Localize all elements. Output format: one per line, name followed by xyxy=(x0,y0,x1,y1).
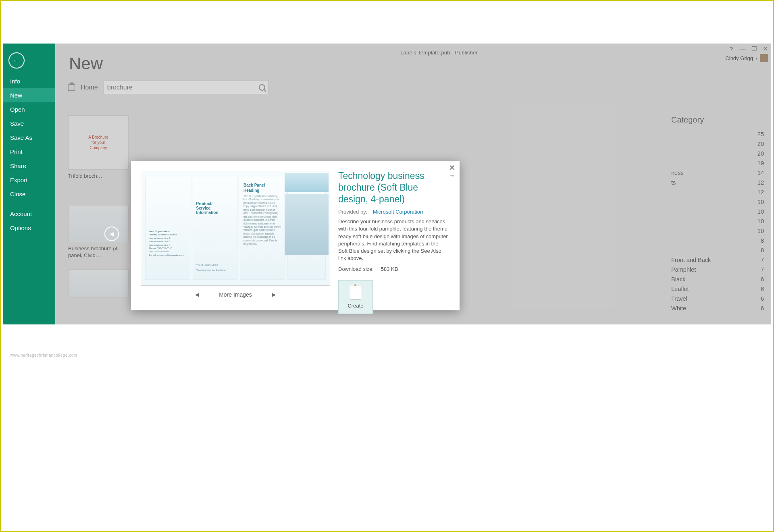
backstage-sidebar: ← Info New Open Save Save As Print Share… xyxy=(3,44,55,324)
detail-title: Technology business brochure (Soft Blue … xyxy=(338,170,447,205)
arrow-left-icon: ← xyxy=(12,56,21,65)
preview-panel-4 xyxy=(287,177,326,280)
category-row[interactable]: 8 xyxy=(671,245,764,255)
sidebar-item-account[interactable]: Account xyxy=(3,207,55,221)
category-row[interactable]: White6 xyxy=(671,303,764,313)
breadcrumb-home[interactable]: Home xyxy=(81,84,98,91)
category-panel: Category 25202019ness14ts12121010101088F… xyxy=(671,115,764,313)
preview-address: Primary Business Address Your Address Li… xyxy=(149,233,187,257)
minimize-icon[interactable]: — xyxy=(739,46,746,52)
sidebar-item-options[interactable]: Options xyxy=(3,221,55,235)
category-name: ts xyxy=(671,179,676,186)
category-row[interactable]: 10 xyxy=(671,216,764,226)
search-icon[interactable] xyxy=(259,84,265,91)
category-row[interactable]: 19 xyxy=(671,158,764,168)
category-row[interactable]: 8 xyxy=(671,236,764,245)
sidebar-item-print[interactable]: Print xyxy=(3,145,55,159)
preview-pane: Your Organization Primary Business Addre… xyxy=(131,161,334,310)
category-count: 12 xyxy=(757,189,764,195)
category-count: 6 xyxy=(761,276,764,283)
category-count: 8 xyxy=(761,237,764,244)
category-row[interactable]: Travel6 xyxy=(671,294,764,303)
sidebar-item-share[interactable]: Share xyxy=(3,159,55,173)
category-count: 10 xyxy=(757,218,764,224)
close-window-icon[interactable]: ✕ xyxy=(762,45,769,52)
create-label: Create xyxy=(347,303,363,309)
home-icon[interactable] xyxy=(68,85,75,91)
user-menu-chevron-icon[interactable]: ▾ xyxy=(755,56,757,60)
document-icon xyxy=(350,286,361,299)
window-title: Labels Template.pub - Publisher xyxy=(107,50,771,56)
category-count: 7 xyxy=(761,257,764,263)
provider-link[interactable]: Microsoft Corporation xyxy=(373,209,423,215)
preview-panel-3: Back Panel Heading This is a good place … xyxy=(240,177,285,280)
template-thumb-trifold[interactable]: A Brochurefor yourCompany xyxy=(68,115,129,170)
more-images-prev[interactable]: ◀ xyxy=(195,292,199,297)
template-label-business: Business brochure (4-panel, Civic… xyxy=(68,245,129,259)
category-row[interactable]: 12 xyxy=(671,187,764,197)
sidebar-item-new[interactable]: New xyxy=(3,88,55,102)
category-count: 12 xyxy=(757,179,764,186)
category-count: 20 xyxy=(757,141,764,147)
preview-panel-2: Product/ Service Information YOUR LOGO H… xyxy=(193,177,238,280)
category-row[interactable]: 10 xyxy=(671,197,764,207)
category-row[interactable]: ness14 xyxy=(671,168,764,178)
create-button[interactable]: ✦ Create xyxy=(338,280,373,314)
category-count: 10 xyxy=(757,208,764,215)
category-name: Leaflet xyxy=(671,286,689,292)
category-row[interactable]: Black6 xyxy=(671,274,764,284)
category-row[interactable]: 25 xyxy=(671,129,764,139)
category-name: ness xyxy=(671,170,684,176)
category-row[interactable]: 10 xyxy=(671,207,764,216)
preview-tagline: Your business tag line here. xyxy=(196,269,226,271)
preview-org-name: Your Organization xyxy=(149,230,187,233)
category-count: 20 xyxy=(757,150,764,157)
back-button[interactable]: ← xyxy=(8,52,25,69)
sidebar-item-close[interactable]: Close xyxy=(3,187,55,201)
download-size-value: 583 KB xyxy=(381,266,398,272)
restore-icon[interactable]: ❐ xyxy=(750,45,757,52)
more-images-label[interactable]: More Images xyxy=(219,291,252,298)
help-icon[interactable]: ? xyxy=(728,46,735,52)
category-row[interactable]: ts12 xyxy=(671,178,764,187)
category-name: White xyxy=(671,305,686,312)
sidebar-item-info[interactable]: Info xyxy=(3,74,55,88)
search-input[interactable] xyxy=(107,84,250,91)
category-row[interactable]: 10 xyxy=(671,226,764,236)
category-name: Travel xyxy=(671,295,687,302)
category-name: Pamphlet xyxy=(671,266,696,273)
sidebar-item-save[interactable]: Save xyxy=(3,116,55,131)
app-window: ← Info New Open Save Save As Print Share… xyxy=(3,44,771,324)
sidebar-item-export[interactable]: Export xyxy=(3,173,55,187)
category-name: Black xyxy=(671,276,685,283)
user-name[interactable]: Cindy Grigg xyxy=(725,55,753,61)
category-count: 7 xyxy=(761,266,764,273)
category-name: Front and Back xyxy=(671,257,711,263)
sidebar-item-saveas[interactable]: Save As xyxy=(3,131,55,145)
avatar[interactable] xyxy=(760,54,768,62)
sidebar-item-open[interactable]: Open xyxy=(3,102,55,116)
preview-logo-text: YOUR LOGO HERE xyxy=(196,264,226,266)
preview-panel-1: Your Organization Primary Business Addre… xyxy=(145,177,190,280)
category-row[interactable]: Pamphlet7 xyxy=(671,265,764,274)
template-preview: Your Organization Primary Business Addre… xyxy=(141,171,330,286)
category-row[interactable]: 20 xyxy=(671,139,764,149)
template-label-trifold: Trifold broch… xyxy=(68,173,129,179)
category-row[interactable]: Front and Back7 xyxy=(671,255,764,265)
detail-description: Describe your business products and serv… xyxy=(338,218,449,262)
template-thumb-extra[interactable] xyxy=(68,269,129,297)
titlebar: Labels Template.pub - Publisher ? — ❐ ✕ … xyxy=(107,44,771,61)
category-row[interactable]: Leaflet6 xyxy=(671,284,764,294)
more-images-next[interactable]: ▶ xyxy=(272,292,276,297)
watermark: www.heritagechristiancollege.com xyxy=(10,353,77,357)
preview-panel2-heading: Product/ Service Information xyxy=(196,202,234,215)
template-thumb-business[interactable] xyxy=(68,206,129,242)
category-row[interactable]: 20 xyxy=(671,149,764,158)
provided-by-label: Provided by: xyxy=(338,209,367,215)
template-search[interactable] xyxy=(104,81,269,94)
template-detail-modal: ✕ ⊸ Your Organization Primary Business A… xyxy=(131,161,460,310)
category-count: 14 xyxy=(757,170,764,176)
category-count: 8 xyxy=(761,247,764,254)
preview-prev-button[interactable]: ◀ xyxy=(104,227,119,241)
download-size-label: Download size: xyxy=(338,266,374,272)
